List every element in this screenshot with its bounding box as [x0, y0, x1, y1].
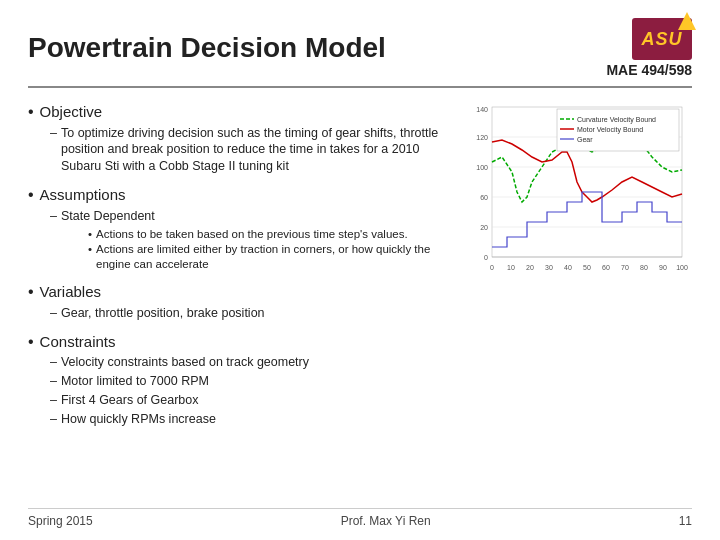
svg-text:50: 50: [583, 264, 591, 271]
constraint-4: – How quickly RPMs increase: [50, 411, 452, 428]
constraint-2: – Motor limited to 7000 RPM: [50, 373, 452, 390]
objective-text: To optimize driving decision such as the…: [61, 125, 452, 176]
svg-text:Motor Velocity Bound: Motor Velocity Bound: [577, 126, 643, 134]
constraint-1: – Velocity constraints based on track ge…: [50, 354, 452, 371]
dash-icon-3: –: [50, 305, 57, 322]
constraints-label: Constraints: [40, 332, 116, 352]
footer-right: 11: [679, 514, 692, 528]
dash-c2: –: [50, 373, 57, 390]
svg-text:10: 10: [507, 264, 515, 271]
svg-text:30: 30: [545, 264, 553, 271]
svg-text:90: 90: [659, 264, 667, 271]
svg-text:20: 20: [480, 224, 488, 231]
bullet-dot-objective: •: [28, 102, 34, 121]
constraint-3-text: First 4 Gears of Gearbox: [61, 392, 199, 409]
section-assumptions: • Assumptions – State Dependent • Action…: [28, 185, 452, 272]
objective-dash: – To optimize driving decision such as t…: [50, 125, 452, 176]
mini-dot-1: •: [88, 227, 92, 242]
mini-bullet-1: • Actions to be taken based on the previ…: [88, 227, 452, 242]
header-subtitle: MAE 494/598: [606, 62, 692, 78]
constraint-4-text: How quickly RPMs increase: [61, 411, 216, 428]
svg-text:60: 60: [480, 194, 488, 201]
mini-dot-2: •: [88, 242, 92, 257]
dash-icon: –: [50, 125, 57, 142]
left-column: • Objective – To optimize driving decisi…: [28, 102, 452, 438]
header-right: ASU MAE 494/598: [606, 18, 692, 78]
bullet-variables: • Variables: [28, 282, 452, 302]
svg-text:80: 80: [640, 264, 648, 271]
svg-text:Gear: Gear: [577, 136, 593, 143]
objective-content: – To optimize driving decision such as t…: [28, 125, 452, 176]
svg-text:20: 20: [526, 264, 534, 271]
variables-content: – Gear, throttle position, brake positio…: [28, 305, 452, 322]
bullet-dot-variables: •: [28, 282, 34, 301]
svg-text:0: 0: [484, 254, 488, 261]
dash-icon-2: –: [50, 208, 57, 225]
assumptions-label: Assumptions: [40, 185, 126, 205]
objective-label: Objective: [40, 102, 103, 122]
section-variables: • Variables – Gear, throttle position, b…: [28, 282, 452, 321]
dash-c3: –: [50, 392, 57, 409]
mini-bullet-2: • Actions are limited either by traction…: [88, 242, 452, 272]
assumptions-state-dash: – State Dependent: [50, 208, 452, 225]
svg-text:100: 100: [676, 264, 688, 271]
chart-svg: 0 20 60 100 120 140 0 10 20 30 40 50 60 …: [462, 102, 692, 292]
content-area: • Objective – To optimize driving decisi…: [28, 102, 692, 438]
constraint-2-text: Motor limited to 7000 RPM: [61, 373, 209, 390]
svg-text:100: 100: [476, 164, 488, 171]
section-constraints: • Constraints – Velocity constraints bas…: [28, 332, 452, 428]
bullet-dot-constraints: •: [28, 332, 34, 351]
asu-logo-text: ASU: [641, 29, 682, 50]
svg-text:Curvature Velocity Bound: Curvature Velocity Bound: [577, 116, 656, 124]
svg-text:60: 60: [602, 264, 610, 271]
chart-container: 0 20 60 100 120 140 0 10 20 30 40 50 60 …: [462, 102, 692, 292]
constraint-3: – First 4 Gears of Gearbox: [50, 392, 452, 409]
constraint-1-text: Velocity constraints based on track geom…: [61, 354, 309, 371]
dash-c4: –: [50, 411, 57, 428]
constraints-content: – Velocity constraints based on track ge…: [28, 354, 452, 428]
header: Powertrain Decision Model ASU MAE 494/59…: [28, 18, 692, 88]
state-dependent-bullets: • Actions to be taken based on the previ…: [50, 227, 452, 273]
bullet-objective: • Objective: [28, 102, 452, 122]
bullet-constraints: • Constraints: [28, 332, 452, 352]
asu-logo: ASU: [632, 18, 692, 60]
bullet-assumptions: • Assumptions: [28, 185, 452, 205]
svg-text:0: 0: [490, 264, 494, 271]
variables-label: Variables: [40, 282, 101, 302]
slide: Powertrain Decision Model ASU MAE 494/59…: [0, 0, 720, 540]
svg-text:70: 70: [621, 264, 629, 271]
svg-text:140: 140: [476, 106, 488, 113]
footer-center: Prof. Max Yi Ren: [341, 514, 431, 528]
bullet-dot-assumptions: •: [28, 185, 34, 204]
svg-text:120: 120: [476, 134, 488, 141]
footer-left: Spring 2015: [28, 514, 93, 528]
assumptions-state-text: State Dependent: [61, 208, 155, 225]
section-objective: • Objective – To optimize driving decisi…: [28, 102, 452, 175]
assumptions-content: – State Dependent • Actions to be taken …: [28, 208, 452, 273]
dash-c1: –: [50, 354, 57, 371]
variables-dash: – Gear, throttle position, brake positio…: [50, 305, 452, 322]
mini-text-1: Actions to be taken based on the previou…: [96, 227, 408, 242]
slide-title: Powertrain Decision Model: [28, 32, 386, 64]
footer: Spring 2015 Prof. Max Yi Ren 11: [28, 508, 692, 528]
variables-text: Gear, throttle position, brake position: [61, 305, 265, 322]
right-column: 0 20 60 100 120 140 0 10 20 30 40 50 60 …: [462, 102, 692, 438]
svg-text:40: 40: [564, 264, 572, 271]
mini-text-2: Actions are limited either by traction i…: [96, 242, 452, 272]
